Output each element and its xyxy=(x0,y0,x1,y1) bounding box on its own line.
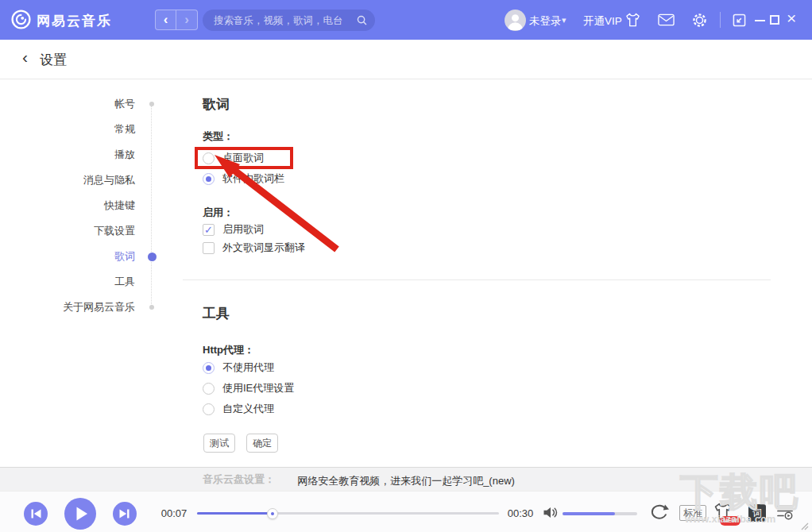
total-time: 00:30 xyxy=(502,507,539,519)
vip-link[interactable]: 开通VIP xyxy=(583,14,622,29)
checkbox-translate-lyrics[interactable]: 外文歌词显示翻译 xyxy=(203,240,305,256)
radio-circle-icon[interactable] xyxy=(203,152,215,164)
sidebar-item-tools[interactable]: 工具 xyxy=(0,269,135,295)
checkbox-label: 外文歌词显示翻译 xyxy=(222,241,305,255)
minimize-button[interactable] xyxy=(755,20,765,21)
previous-icon xyxy=(24,502,48,526)
play-icon xyxy=(64,498,96,530)
confirm-button[interactable]: 确定 xyxy=(246,434,278,453)
titlebar-separator xyxy=(720,12,721,28)
next-track-button[interactable] xyxy=(113,502,137,526)
search-box xyxy=(203,10,375,31)
sidebar-item-download[interactable]: 下载设置 xyxy=(0,218,135,244)
radio-label: 自定义代理 xyxy=(222,402,274,416)
theme-shirt-icon[interactable] xyxy=(624,12,641,31)
app-name: 网易云音乐 xyxy=(37,12,112,30)
search-input[interactable] xyxy=(214,10,349,31)
settings-back-icon[interactable]: ‹ xyxy=(22,48,28,67)
section-divider xyxy=(183,279,771,280)
nav-forward-button[interactable]: › xyxy=(176,10,198,30)
sidebar-item-playback[interactable]: 播放 xyxy=(0,142,135,168)
sidebar-item-general[interactable]: 常规 xyxy=(0,117,135,142)
avatar[interactable] xyxy=(505,10,526,31)
chevron-down-icon[interactable]: ▾ xyxy=(562,15,566,25)
forward-chevron-icon: › xyxy=(184,12,189,27)
play-button[interactable] xyxy=(64,498,96,530)
mini-mode-icon[interactable] xyxy=(733,13,746,30)
radio-label: 软件内歌词栏 xyxy=(222,172,284,186)
radio-label: 不使用代理 xyxy=(222,360,274,375)
sidebar-item-privacy[interactable]: 消息与隐私 xyxy=(0,168,135,193)
maximize-button[interactable] xyxy=(770,15,779,25)
page-header: ‹ 设置 xyxy=(0,40,812,79)
checkbox-label: 启用歌词 xyxy=(222,222,264,237)
progress-bar[interactable] xyxy=(197,512,499,515)
nav-buttons: ‹ › xyxy=(155,10,198,30)
current-time: 00:07 xyxy=(156,507,192,519)
volume-slider[interactable] xyxy=(563,512,637,515)
track-dot-top xyxy=(149,102,154,106)
radio-circle-selected-icon[interactable] xyxy=(203,362,215,374)
radio-circle-icon[interactable] xyxy=(203,403,215,415)
track-dot-active xyxy=(148,253,157,261)
settings-sidebar: 帐号 常规 播放 消息与隐私 快捷键 下载设置 歌词 工具 关于网易云音乐 xyxy=(0,91,135,320)
radio-desktop-lyrics[interactable]: 桌面歌词 xyxy=(203,150,264,166)
song-title: 网络安全教育视频，进来我们一起学习吧_(new) xyxy=(0,474,812,488)
volume-fill xyxy=(563,512,615,515)
radio-in-app-lyrics[interactable]: 软件内歌词栏 xyxy=(203,171,284,187)
user-icon xyxy=(505,10,526,31)
search-icon[interactable] xyxy=(356,14,368,29)
checkbox-enable-lyrics[interactable]: ✓ 启用歌词 xyxy=(203,222,264,237)
speaker-icon[interactable] xyxy=(542,506,559,522)
now-playing-band: 音乐云盘设置： 网络安全教育视频，进来我们一起学习吧_(new) xyxy=(0,467,812,491)
progress-thumb[interactable] xyxy=(267,508,278,519)
new-badge: NEW xyxy=(720,516,740,526)
previous-track-button[interactable] xyxy=(24,502,48,526)
progress-fill xyxy=(197,512,273,515)
sidebar-item-account[interactable]: 帐号 xyxy=(0,91,135,117)
resize-handle[interactable] xyxy=(799,519,809,532)
sidebar-dot-track xyxy=(151,104,152,307)
titlebar: 网易云音乐 ‹ › 未登录 ▾ 开通VIP × xyxy=(0,0,812,40)
app-logo-icon xyxy=(10,9,32,33)
player-bar: 00:07 00:30 标准 NEW 词 xyxy=(0,491,812,532)
radio-circle-selected-icon[interactable] xyxy=(203,173,215,185)
next-icon xyxy=(113,502,137,526)
test-button[interactable]: 测试 xyxy=(203,434,235,453)
close-button[interactable]: × xyxy=(787,9,796,28)
radio-custom-proxy[interactable]: 自定义代理 xyxy=(203,401,274,417)
playlist-icon[interactable] xyxy=(775,503,795,524)
http-proxy-label: Http代理： xyxy=(203,343,254,357)
sidebar-item-lyrics[interactable]: 歌词 xyxy=(0,244,135,269)
checkbox-checked-icon[interactable]: ✓ xyxy=(203,224,215,236)
radio-no-proxy[interactable]: 不使用代理 xyxy=(203,360,274,376)
radio-label: 使用IE代理设置 xyxy=(222,381,294,395)
radio-ie-proxy[interactable]: 使用IE代理设置 xyxy=(203,380,294,396)
desktop-lyrics-toggle[interactable]: 词 xyxy=(748,504,766,522)
sidebar-item-about[interactable]: 关于网易云音乐 xyxy=(0,295,135,320)
lyrics-enable-label: 启用： xyxy=(203,206,234,220)
repeat-icon[interactable] xyxy=(648,503,670,525)
nav-back-button[interactable]: ‹ xyxy=(155,10,176,30)
lyrics-section-title: 歌词 xyxy=(203,95,230,114)
quality-button[interactable]: 标准 xyxy=(679,505,706,521)
radio-circle-icon[interactable] xyxy=(203,383,215,395)
gear-icon[interactable] xyxy=(691,12,708,32)
login-status[interactable]: 未登录 xyxy=(529,14,562,29)
lyrics-type-label: 类型： xyxy=(203,129,234,144)
back-chevron-icon: ‹ xyxy=(164,12,168,27)
sidebar-item-shortcuts[interactable]: 快捷键 xyxy=(0,193,135,218)
track-dot-bottom xyxy=(149,305,154,310)
tools-section-title: 工具 xyxy=(203,304,230,322)
page-title: 设置 xyxy=(40,51,67,69)
mail-icon[interactable] xyxy=(658,13,675,29)
radio-label: 桌面歌词 xyxy=(222,151,264,165)
checkbox-unchecked-icon[interactable] xyxy=(203,242,215,254)
